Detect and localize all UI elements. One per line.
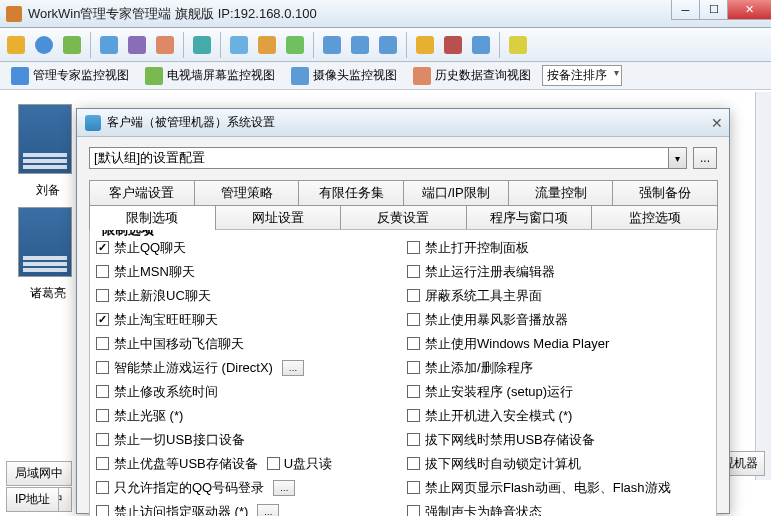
chk-directx[interactable] (96, 361, 109, 374)
close-button[interactable]: ✕ (727, 0, 771, 20)
client-label-1: 刘备 (18, 180, 78, 207)
outer-window-titlebar: WorkWin管理专家管理端 旗舰版 IP:192.168.0.100 ─ ☐ … (0, 0, 771, 28)
chk-usb-readonly[interactable] (267, 457, 280, 470)
dialog-title: 客户端（被管理机器）系统设置 (107, 114, 275, 131)
sort-dropdown[interactable]: 按备注排序 (542, 65, 622, 86)
chk-mute[interactable] (407, 505, 420, 516)
drive-deny-button[interactable]: … (257, 504, 279, 517)
config-browse-button[interactable]: ... (693, 147, 717, 169)
view-camera-label: 摄像头监控视图 (313, 67, 397, 84)
client-thumb-1[interactable] (18, 104, 72, 174)
chk-wangwang[interactable] (96, 313, 109, 326)
tab-client-settings[interactable]: 客户端设置 (89, 180, 195, 205)
chk-sinauc[interactable] (96, 289, 109, 302)
client-label-2: 诸葛亮 (18, 283, 78, 310)
chk-cdrom[interactable] (96, 409, 109, 422)
chk-fetion[interactable] (96, 337, 109, 350)
chk-usb-all[interactable] (96, 433, 109, 446)
bottom-lan-button2[interactable]: 局域网中 (6, 461, 72, 486)
monitor-icon (11, 67, 29, 85)
app-icon (6, 6, 22, 22)
view-toolbar: 管理专家监控视图 电视墙屏幕监控视图 摄像头监控视图 历史数据查询视图 按备注排… (0, 62, 771, 90)
tool-icon-9[interactable] (255, 33, 279, 57)
tab-program-window[interactable]: 程序与窗口项 (466, 205, 593, 230)
chk-regedit[interactable] (407, 265, 420, 278)
config-combo-value: [默认组]的设置配置 (94, 149, 205, 167)
tab-restriction[interactable]: 限制选项 (89, 205, 216, 230)
tool-icon-12[interactable] (348, 33, 372, 57)
view-tvwall[interactable]: 电视墙屏幕监控视图 (140, 64, 280, 88)
history-icon (413, 67, 431, 85)
tab-backup[interactable]: 强制备份 (612, 180, 718, 205)
directx-more-button[interactable]: … (282, 360, 304, 376)
tool-icon-13[interactable] (376, 33, 400, 57)
tool-icon-15[interactable] (441, 33, 465, 57)
chk-baofeng[interactable] (407, 313, 420, 326)
tool-icon-6[interactable] (153, 33, 177, 57)
chk-flash[interactable] (407, 481, 420, 494)
tool-icon-16[interactable] (469, 33, 493, 57)
tool-icon-5[interactable] (125, 33, 149, 57)
main-toolbar (0, 28, 771, 62)
tab-antiporn[interactable]: 反黄设置 (340, 205, 467, 230)
tab-policy[interactable]: 管理策略 (194, 180, 300, 205)
tool-icon-7[interactable] (190, 33, 214, 57)
tab-traffic[interactable]: 流量控制 (508, 180, 614, 205)
view-monitor[interactable]: 管理专家监控视图 (6, 64, 134, 88)
window-title: WorkWin管理专家管理端 旗舰版 IP:192.168.0.100 (28, 5, 317, 23)
view-monitor-label: 管理专家监控视图 (33, 67, 129, 84)
tool-icon-3[interactable] (60, 33, 84, 57)
tool-icon-1[interactable] (4, 33, 28, 57)
dialog-titlebar: 客户端（被管理机器）系统设置 ✕ (77, 109, 729, 137)
chk-usb-storage[interactable] (96, 457, 109, 470)
right-column: 禁止打开控制面板 禁止运行注册表编辑器 屏蔽系统工具主界面 禁止使用暴风影音播放… (407, 238, 710, 516)
maximize-button[interactable]: ☐ (699, 0, 727, 20)
minimize-button[interactable]: ─ (671, 0, 699, 20)
chk-offline-usb[interactable] (407, 433, 420, 446)
tab-tasks[interactable]: 有限任务集 (298, 180, 404, 205)
dialog-close-icon[interactable]: ✕ (711, 115, 723, 131)
view-history-label: 历史数据查询视图 (435, 67, 531, 84)
sort-value: 按备注排序 (547, 68, 607, 82)
chk-qq[interactable] (96, 241, 109, 254)
vertical-scrollbar[interactable] (755, 92, 771, 480)
chk-offline-lock[interactable] (407, 457, 420, 470)
tvwall-icon (145, 67, 163, 85)
chk-addremove[interactable] (407, 361, 420, 374)
qq-whitelist-button[interactable]: … (273, 480, 295, 496)
tool-icon-17[interactable] (506, 33, 530, 57)
restriction-groupbox: 限制选项 禁止QQ聊天 禁止MSN聊天 禁止新浪UC聊天 禁止淘宝旺旺聊天 禁止… (89, 229, 717, 516)
tab-port-ip[interactable]: 端口/IP限制 (403, 180, 509, 205)
chk-safemode[interactable] (407, 409, 420, 422)
tool-icon-2[interactable] (32, 33, 56, 57)
view-tvwall-label: 电视墙屏幕监控视图 (167, 67, 275, 84)
bottom-ip-button[interactable]: IP地址 (6, 487, 59, 512)
tab-url[interactable]: 网址设置 (215, 205, 342, 230)
left-column: 禁止QQ聊天 禁止MSN聊天 禁止新浪UC聊天 禁止淘宝旺旺聊天 禁止中国移动飞… (96, 238, 399, 516)
chk-ctrlpanel[interactable] (407, 241, 420, 254)
chk-systime[interactable] (96, 385, 109, 398)
tool-icon-10[interactable] (283, 33, 307, 57)
camera-icon (291, 67, 309, 85)
tool-icon-8[interactable] (227, 33, 251, 57)
view-history[interactable]: 历史数据查询视图 (408, 64, 536, 88)
chk-msn[interactable] (96, 265, 109, 278)
chk-systools[interactable] (407, 289, 420, 302)
chk-qq-whitelist[interactable] (96, 481, 109, 494)
tab-monitor-opts[interactable]: 监控选项 (591, 205, 718, 230)
client-thumb-2[interactable] (18, 207, 72, 277)
chk-setup[interactable] (407, 385, 420, 398)
tool-icon-14[interactable] (413, 33, 437, 57)
tool-icon-4[interactable] (97, 33, 121, 57)
settings-dialog: 客户端（被管理机器）系统设置 ✕ [默认组]的设置配置 ▾ ... 客户端设置 … (76, 108, 730, 514)
config-combo[interactable]: [默认组]的设置配置 ▾ (89, 147, 687, 169)
chk-wmp[interactable] (407, 337, 420, 350)
chk-drive-deny[interactable] (96, 505, 109, 516)
tool-icon-11[interactable] (320, 33, 344, 57)
view-camera[interactable]: 摄像头监控视图 (286, 64, 402, 88)
chevron-down-icon: ▾ (668, 148, 686, 168)
dialog-icon (85, 115, 101, 131)
